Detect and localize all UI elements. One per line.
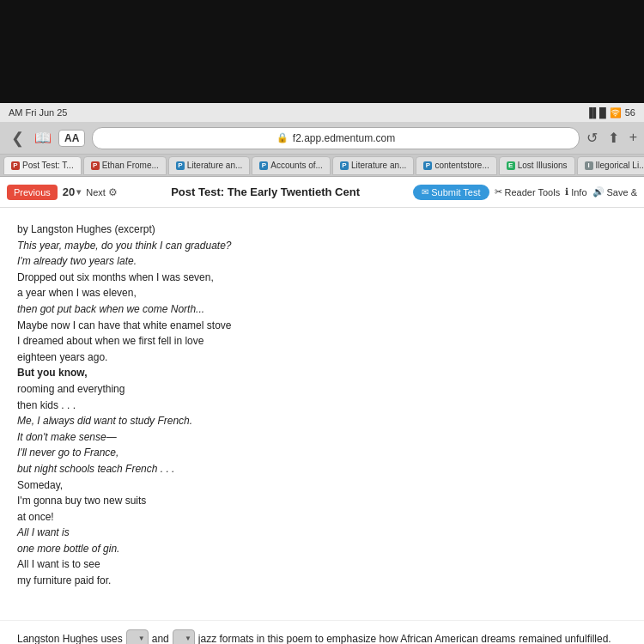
dropdown1-select[interactable] <box>126 629 149 644</box>
app-nav: Previous 20 ▾ Next ⚙ Post Test: The Earl… <box>0 177 644 208</box>
poem-line-6: Maybe now I can have that white enamel s… <box>17 318 627 334</box>
tabs-bar: P Post Test: T... P Ethan Frome... P Lit… <box>0 155 644 177</box>
reload-icon[interactable]: ↺ <box>586 130 598 146</box>
browser-actions: ↺ ⬆ + <box>586 130 637 146</box>
lock-icon: 🔒 <box>276 132 289 143</box>
poem-line-20: one more bottle of gin. <box>17 541 627 557</box>
tab-icon-lit1: P <box>176 161 185 170</box>
question-prefix: Langston Hughes uses <box>17 631 123 644</box>
gear-icon: ⚙ <box>108 186 118 198</box>
poem-line-1: This year, maybe, do you think I can gra… <box>17 238 627 254</box>
submit-label: Submit Test <box>431 187 480 197</box>
question-text: Langston Hughes uses and jazz formats in… <box>17 629 627 644</box>
battery-text: 56 <box>625 107 635 118</box>
info-label: Info <box>571 187 586 197</box>
tab-accounts[interactable]: P Accounts of... <box>252 156 331 175</box>
poem-line-2: I'm already two years late. <box>17 253 627 270</box>
tab-post-test[interactable]: P Post Test: T... <box>3 156 82 175</box>
tab-icon-ethan: P <box>91 161 100 170</box>
wifi-icon: 🛜 <box>610 107 622 118</box>
poem-line-3: Dropped out six months when I was seven, <box>17 270 627 286</box>
tab-icon-lost: E <box>507 161 515 170</box>
dropdown2-wrapper[interactable] <box>173 629 195 644</box>
question-area: Langston Hughes uses and jazz formats in… <box>0 620 644 644</box>
info-icon: ℹ <box>565 186 568 197</box>
question-continued: remained unfulfilled. <box>519 631 611 644</box>
share-icon[interactable]: ⬆ <box>608 130 619 146</box>
screen: AM Fri Jun 25 ▐▌█ 🛜 56 ❮ 📖 AA 🔒 f2.app.e… <box>0 103 644 644</box>
poem-line-18: at once! <box>17 509 627 526</box>
tab-icon-content: P <box>423 161 432 170</box>
tab-label-lit1: Literature an... <box>187 161 242 170</box>
status-time: AM Fri Jun 25 <box>9 107 67 118</box>
poem-line-16: Someday, <box>17 477 627 494</box>
browser-back-button[interactable]: ❮ <box>7 129 27 148</box>
poem-text: by Langston Hughes (excerpt) This year, … <box>17 222 627 589</box>
previous-button[interactable]: Previous <box>7 185 58 200</box>
poem-byline: by Langston Hughes (excerpt) <box>17 222 627 238</box>
tab-ethan-frome[interactable]: P Ethan Frome... <box>83 156 167 175</box>
poem-line-13: It don't make sense— <box>17 429 627 446</box>
tab-label-ethan: Ethan Frome... <box>102 161 159 170</box>
tab-icon-ileg: I <box>585 161 593 170</box>
reader-tools-icon: ✂ <box>495 186 502 197</box>
new-tab-icon[interactable]: + <box>629 130 637 146</box>
save-icon: 🔊 <box>592 186 605 197</box>
url-bar[interactable]: 🔒 f2.app.edmentum.com <box>92 127 579 149</box>
save-button[interactable]: 🔊 Save & <box>592 186 637 197</box>
poem-line-15: but night schools teach French . . . <box>17 461 627 477</box>
poem-line-22: my furniture paid for. <box>17 573 627 589</box>
tab-contentstore[interactable]: P contentstore... <box>416 156 496 175</box>
status-time-text: AM Fri Jun 25 <box>9 107 67 118</box>
next-nav-label: Next <box>86 187 106 197</box>
poem-line-14: I'll never go to France, <box>17 445 627 461</box>
tab-icon-lit2: P <box>340 161 349 170</box>
status-bar: AM Fri Jun 25 ▐▌█ 🛜 56 <box>0 103 644 122</box>
poem-line-7: I dreamed about when we first fell in lo… <box>17 333 627 349</box>
info-button[interactable]: ℹ Info <box>565 186 586 197</box>
test-title: Post Test: The Early Twentieth Cent <box>123 185 408 198</box>
tab-label-post-test: Post Test: T... <box>22 161 74 170</box>
question-dropdown-arrow[interactable]: ▾ <box>76 187 81 197</box>
poem-line-12: Me, I always did want to study French. <box>17 413 627 429</box>
tab-icon-post-test: P <box>11 161 20 170</box>
question-suffix: jazz formats in this poem to emphasize h… <box>198 631 516 644</box>
poem-line-17: I'm gonna buy two new suits <box>17 493 627 509</box>
status-icons: ▐▌█ 🛜 56 <box>586 107 635 118</box>
question-number-value: 20 <box>63 185 75 198</box>
tab-label-lit2: Literature an... <box>351 161 406 170</box>
dropdown1-wrapper[interactable] <box>126 629 149 644</box>
browser-book-icon[interactable]: 📖 <box>34 130 52 146</box>
poem-line-8: eighteen years ago. <box>17 349 627 366</box>
submit-test-button[interactable]: ✉ Submit Test <box>413 185 489 200</box>
tab-literature-1[interactable]: P Literature an... <box>168 156 250 175</box>
tab-literature-2[interactable]: P Literature an... <box>332 156 414 175</box>
poem-line-19: All I want is <box>17 525 627 541</box>
tab-label-accounts: Accounts of... <box>270 161 323 170</box>
tab-label-content: contentstore... <box>434 161 489 170</box>
poem-line-9: But you know, <box>17 365 627 381</box>
tab-icon-accounts: P <box>259 161 268 170</box>
submit-icon: ✉ <box>422 187 428 197</box>
url-text: f2.app.edmentum.com <box>293 132 395 144</box>
poem-line-5: then got put back when we come North... <box>17 301 627 318</box>
laptop-bezel <box>0 0 644 103</box>
poem-line-4: a year when I was eleven, <box>17 285 627 301</box>
reader-tools-button[interactable]: ✂ Reader Tools <box>495 186 561 197</box>
browser-bar: ❮ 📖 AA 🔒 f2.app.edmentum.com ↺ ⬆ + <box>0 122 644 155</box>
question-number: 20 ▾ <box>63 185 81 198</box>
tab-label-lost: Lost Illusions <box>518 161 568 170</box>
question-and: and <box>152 631 169 644</box>
reader-tools-label: Reader Tools <box>505 187 561 197</box>
poem-line-11: then kids . . . <box>17 398 627 414</box>
dropdown2-select[interactable] <box>173 629 195 644</box>
tab-label-ileg: Ilegorical Li... <box>596 161 644 170</box>
aa-button[interactable]: AA <box>58 130 85 147</box>
save-label: Save & <box>607 187 637 197</box>
next-nav-button[interactable]: Next ⚙ <box>86 186 118 198</box>
content-area: by Langston Hughes (excerpt) This year, … <box>0 208 644 620</box>
tab-lost-illusions[interactable]: E Lost Illusions <box>499 156 575 175</box>
tab-ilegorical[interactable]: I Ilegorical Li... <box>577 156 644 175</box>
poem-line-10: rooming and everything <box>17 381 627 398</box>
poem-line-21: All I want is to see <box>17 556 627 573</box>
